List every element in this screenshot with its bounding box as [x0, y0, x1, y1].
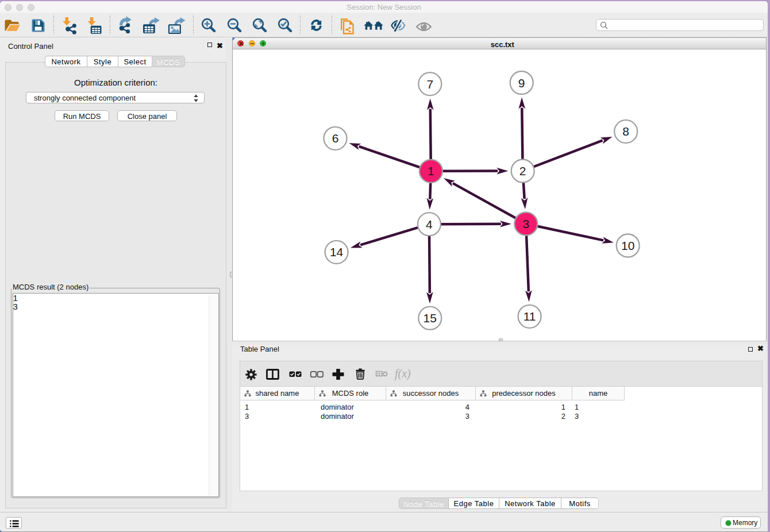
svg-text:1: 1	[428, 164, 434, 178]
svg-text:9: 9	[518, 76, 525, 89]
svg-text:6: 6	[332, 132, 339, 145]
svg-text:3: 3	[523, 217, 530, 230]
svg-text:11: 11	[523, 310, 536, 323]
svg-text:15: 15	[424, 311, 437, 325]
svg-text:8: 8	[623, 125, 630, 138]
svg-text:4: 4	[426, 217, 433, 230]
svg-text:10: 10	[621, 239, 634, 252]
svg-text:7: 7	[427, 77, 434, 90]
svg-text:2: 2	[519, 164, 526, 178]
svg-text:14: 14	[330, 245, 344, 259]
